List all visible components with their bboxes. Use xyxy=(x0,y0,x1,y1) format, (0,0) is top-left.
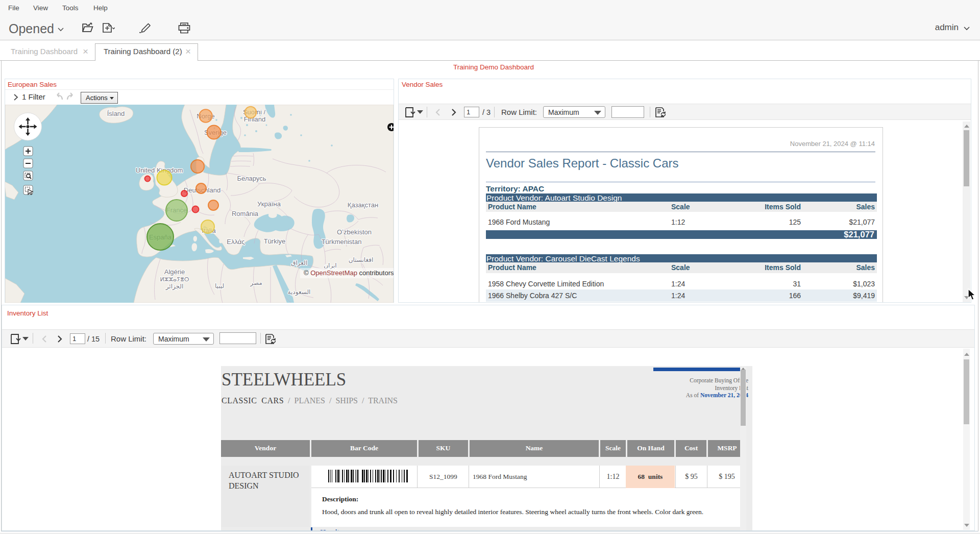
svg-text:Қазақстан: Қазақстан xyxy=(348,201,378,209)
svg-text:العراق: العراق xyxy=(291,259,307,267)
svg-text:Algérie: Algérie xyxy=(164,268,185,276)
svg-text:ⵍⵣⵣⴰⵢⴻⵔ: ⵍⵣⵣⴰⵢⴻⵔ xyxy=(160,276,189,282)
svg-text:ليبيا: ليبيا xyxy=(215,282,224,289)
svg-text:Oʻzbekiston: Oʻzbekiston xyxy=(337,228,372,236)
svg-text:Türkiye: Türkiye xyxy=(264,237,286,245)
svg-text:السعودية: السعودية xyxy=(288,288,311,296)
svg-text:Україна: Україна xyxy=(257,200,281,208)
svg-text:الجزائر: الجزائر xyxy=(165,283,184,290)
svg-text:România: România xyxy=(232,210,259,217)
svg-text:Ελλάς: Ελλάς xyxy=(227,238,244,246)
svg-text:مصر: مصر xyxy=(250,279,262,287)
svg-text:© OpenStreetMap contributors: © OpenStreetMap contributors xyxy=(304,269,394,277)
svg-text:افغانستان: افغانستان xyxy=(349,256,374,263)
svg-text:Ísland: Ísland xyxy=(107,110,125,117)
svg-text:Türkmenistan: Türkmenistan xyxy=(322,238,362,246)
svg-text:Беларусь: Беларусь xyxy=(237,175,266,182)
